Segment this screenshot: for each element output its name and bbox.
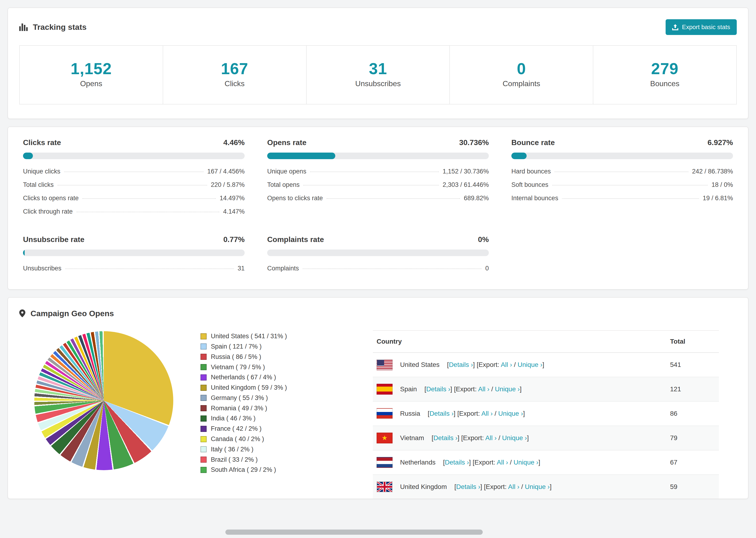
stat-row: Hard bounces242 / 86.738% xyxy=(512,165,733,178)
opens-rate-progressbar xyxy=(267,153,489,159)
export-basic-stats-button[interactable]: Export basic stats xyxy=(666,19,737,35)
export-all-link[interactable]: All › xyxy=(485,434,497,442)
stat-row: Clicks to opens rate14.497% xyxy=(23,191,244,205)
export-unique-link[interactable]: Unique › xyxy=(502,434,527,442)
export-unique-link[interactable]: Unique › xyxy=(513,459,538,466)
export-unique-link[interactable]: Unique › xyxy=(525,483,550,490)
legend-item[interactable]: India ( 46 / 3% ) xyxy=(200,413,287,424)
export-all-link[interactable]: All › xyxy=(508,483,519,490)
bar-chart-icon xyxy=(19,24,28,31)
details-link[interactable]: Details › xyxy=(449,361,473,368)
legend-label: Canada ( 40 / 2% ) xyxy=(211,435,264,443)
country-name: Netherlands xyxy=(400,459,436,466)
legend-swatch xyxy=(200,405,207,411)
unsubscribe-rate-value: 0.77% xyxy=(223,235,244,244)
legend-label: Russia ( 86 / 5% ) xyxy=(211,353,261,360)
legend-item[interactable]: Canada ( 40 / 2% ) xyxy=(200,434,287,444)
details-link[interactable]: Details › xyxy=(433,434,458,442)
country-column-header: Country xyxy=(373,331,666,352)
opens-count: 1,152 xyxy=(25,60,158,78)
export-basic-stats-label: Export basic stats xyxy=(682,24,730,31)
legend-item[interactable]: Russia ( 86 / 5% ) xyxy=(200,351,287,362)
details-link[interactable]: Details › xyxy=(445,459,469,466)
geo-table-wrap: Country Total United States [Details ›] … xyxy=(373,330,719,499)
stat-row: Total opens2,303 / 61.446% xyxy=(267,178,489,191)
total-column-header: Total xyxy=(666,331,719,352)
bounce-rate-value: 6.927% xyxy=(707,138,733,147)
uk-flag-icon xyxy=(377,481,393,492)
legend-swatch xyxy=(200,385,207,391)
vietnam-flag-icon xyxy=(377,433,393,443)
legend-item[interactable]: Romania ( 49 / 3% ) xyxy=(200,403,287,413)
complaints-label: Complaints xyxy=(455,79,588,88)
legend-item[interactable]: Spain ( 121 / 7% ) xyxy=(200,342,287,352)
legend-swatch xyxy=(200,344,207,350)
legend-item[interactable]: Netherlands ( 67 / 4% ) xyxy=(200,372,287,383)
legend-label: Italy ( 36 / 2% ) xyxy=(211,446,253,453)
bounce-rate-progressbar xyxy=(512,153,733,159)
export-all-link[interactable]: All › xyxy=(497,459,508,466)
geo-opens-body: United States ( 541 / 31% ) Spain ( 121 … xyxy=(8,326,748,499)
table-row: United States [Details ›] [Export: All ›… xyxy=(373,352,719,377)
export-unique-link[interactable]: Unique › xyxy=(498,410,523,417)
row-links: [Details ›] [Export: All › / Unique ›] xyxy=(424,385,522,393)
export-all-link[interactable]: All › xyxy=(481,410,493,417)
country-total: 67 xyxy=(666,450,719,475)
export-all-link[interactable]: All › xyxy=(501,361,512,368)
stat-row: Unsubscribes31 xyxy=(23,262,244,275)
opens-rate-value: 30.736% xyxy=(459,138,489,147)
clicks-rate-block: Clicks rate 4.46% Unique clicks167 / 4.4… xyxy=(23,138,244,218)
country-name: Spain xyxy=(400,385,417,393)
export-all-link[interactable]: All › xyxy=(478,385,489,393)
legend-item[interactable]: United States ( 541 / 31% ) xyxy=(200,331,287,342)
legend-label: United States ( 541 / 31% ) xyxy=(211,333,287,340)
row-links: [Details ›] [Export: All › / Unique ›] xyxy=(428,410,525,417)
legend-item[interactable]: United Kingdom ( 59 / 3% ) xyxy=(200,383,287,393)
country-name: United States xyxy=(400,361,440,368)
legend-label: France ( 42 / 2% ) xyxy=(211,425,261,432)
geo-opens-card: Campaign Geo Opens United States ( 541 /… xyxy=(8,297,748,499)
table-row: Spain [Details ›] [Export: All › / Uniqu… xyxy=(373,377,719,402)
unsubscribe-rate-block: Unsubscribe rate 0.77% Unsubscribes31 xyxy=(23,235,244,275)
legend-swatch xyxy=(200,436,207,442)
us-flag-icon xyxy=(377,359,393,370)
spain-flag-icon xyxy=(377,384,393,395)
bounces-count: 279 xyxy=(598,60,731,78)
complaints-rate-progressbar xyxy=(267,249,489,256)
country-total: 121 xyxy=(666,377,719,402)
geo-opens-header: Campaign Geo Opens xyxy=(8,297,748,326)
summary-box-bounces: 279 Bounces xyxy=(593,45,737,104)
legend-item[interactable]: Germany ( 55 / 3% ) xyxy=(200,393,287,403)
legend-swatch xyxy=(200,457,207,463)
stat-row: Unique clicks167 / 4.456% xyxy=(23,165,244,178)
horizontal-scrollbar-thumb[interactable] xyxy=(225,529,483,535)
geo-pie-chart[interactable] xyxy=(34,331,173,470)
row-links: [Details ›] [Export: All › / Unique ›] xyxy=(432,434,529,442)
legend-swatch xyxy=(200,374,207,381)
legend-swatch xyxy=(200,426,207,432)
table-row: United Kingdom [Details ›] [Export: All … xyxy=(373,475,719,499)
legend-swatch xyxy=(200,415,207,422)
rates-card: Clicks rate 4.46% Unique clicks167 / 4.4… xyxy=(8,127,748,290)
geo-opens-title: Campaign Geo Opens xyxy=(30,309,114,318)
legend-item[interactable]: France ( 42 / 2% ) xyxy=(200,424,287,434)
bounce-rate-title: Bounce rate xyxy=(512,138,555,147)
legend-swatch xyxy=(200,446,207,452)
complaints-rate-block: Complaints rate 0% Complaints0 xyxy=(267,235,489,275)
export-unique-link[interactable]: Unique › xyxy=(517,361,542,368)
complaints-rate-value: 0% xyxy=(478,235,489,244)
details-link[interactable]: Details › xyxy=(426,385,450,393)
legend-item[interactable]: Vietnam ( 79 / 5% ) xyxy=(200,362,287,372)
legend-item[interactable]: Brazil ( 33 / 2% ) xyxy=(200,455,287,465)
export-unique-link[interactable]: Unique › xyxy=(495,385,520,393)
legend-item[interactable]: Italy ( 36 / 2% ) xyxy=(200,444,287,455)
summary-box-clicks: 167 Clicks xyxy=(163,45,307,104)
country-name: Russia xyxy=(400,410,420,417)
row-links: [Details ›] [Export: All › / Unique ›] xyxy=(454,483,552,491)
legend-item[interactable]: South Africa ( 29 / 2% ) xyxy=(200,465,287,475)
details-link[interactable]: Details › xyxy=(456,483,480,490)
details-link[interactable]: Details › xyxy=(429,410,454,417)
tracking-stats-header: Tracking stats Export basic stats xyxy=(8,8,748,44)
tracking-stats-card: Tracking stats Export basic stats 1,152 … xyxy=(8,8,748,119)
unsubscribes-label: Unsubscribes xyxy=(311,79,445,88)
